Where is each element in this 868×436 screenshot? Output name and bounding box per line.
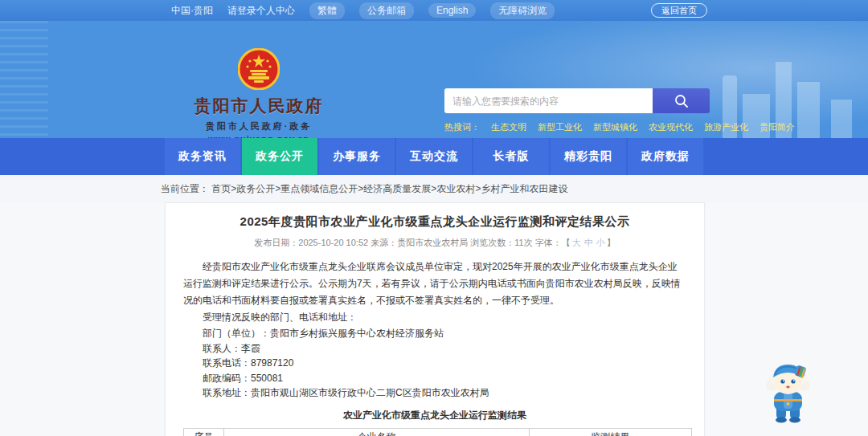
login-personal-center-link[interactable]: 请登录个人中心 xyxy=(227,4,295,18)
site-subtitle: 贵阳市人民政府·政务 xyxy=(170,120,347,132)
header-tech-pattern xyxy=(0,21,48,138)
col-header-index: 序号 xyxy=(184,428,224,436)
hot-term-1[interactable]: 生态文明 xyxy=(491,121,526,133)
search-box xyxy=(444,88,710,113)
col-header-company: 企业名称 xyxy=(224,428,530,436)
contact-person: 联系人：李霞 xyxy=(183,341,686,357)
region-link[interactable]: 中国·贵阳 xyxy=(171,4,213,18)
search-input[interactable] xyxy=(444,88,653,113)
traditional-chinese-toggle[interactable]: 繁體 xyxy=(309,2,345,19)
article-title: 2025年度贵阳市农业产业化市级重点龙头企业运行监测和评定结果公示 xyxy=(183,214,686,230)
mascot-icon xyxy=(764,360,813,424)
official-mail-link[interactable]: 公务邮箱 xyxy=(359,2,414,19)
nav-tab-jingcai-guiyang[interactable]: 精彩贵阳 xyxy=(551,138,626,175)
site-header: 贵阳市人民政府 贵阳市人民政府·政务 www.guiyang.gov.cn 热搜… xyxy=(0,21,868,138)
nav-tab-zhengfu-shuju[interactable]: 政府数据 xyxy=(628,138,703,175)
nav-tab-zhengwu-zixun[interactable]: 政务资讯 xyxy=(165,138,240,175)
nav-tab-banshi-fuwu[interactable]: 办事服务 xyxy=(319,138,395,175)
back-to-home-button[interactable]: 返回首页 xyxy=(651,3,707,18)
hot-term-6[interactable]: 贵阳简介 xyxy=(760,121,795,133)
site-logo[interactable]: 贵阳市人民政府 贵阳市人民政府·政务 www.guiyang.gov.cn xyxy=(170,48,347,138)
hot-term-3[interactable]: 新型城镇化 xyxy=(593,121,637,133)
contact-department: 部门（单位）：贵阳市乡村振兴服务中心农村经济服务站 xyxy=(183,326,686,341)
nav-tab-hudong-jiaoliu[interactable]: 互动交流 xyxy=(396,138,472,175)
hot-search-words: 热搜词： 生态文明 新型工业化 新型城镇化 农业现代化 旅游产业化 贵阳简介 xyxy=(444,121,710,133)
article-meta-close: 】 xyxy=(607,238,616,247)
nav-tab-zhengwu-gongkai[interactable]: 政务公开 xyxy=(242,138,317,175)
mascot-assistant[interactable] xyxy=(764,360,813,424)
breadcrumb-path[interactable]: 首页>政务公开>重点领域信息公开>经济高质量发展>农业农村>乡村产业和农田建设 xyxy=(211,183,567,194)
col-header-result: 监测结果 xyxy=(530,428,692,436)
monitoring-result-table: 序号 企业名称 监测结果 1 贵州合力超市采购有限公司 合格 2 贵州友禾种业有… xyxy=(183,428,692,436)
nav-tab-zhangzheban[interactable]: 长者版 xyxy=(473,138,549,175)
search-icon xyxy=(674,93,690,109)
contact-phone: 联系电话：87987120 xyxy=(183,356,686,371)
skyline-decoration xyxy=(797,82,820,138)
site-title: 贵阳市人民政府 xyxy=(170,95,347,117)
hot-search-label: 热搜词： xyxy=(444,121,480,133)
search-button[interactable] xyxy=(653,88,710,113)
article-paragraph: 受理情况反映的部门、电话和地址： xyxy=(183,309,686,326)
breadcrumb-strip: 当前位置： 首页>政务公开>重点领域信息公开>经济高质量发展>农业农村>乡村产业… xyxy=(0,175,868,202)
breadcrumb-label: 当前位置： xyxy=(161,183,209,194)
hot-term-5[interactable]: 旅游产业化 xyxy=(704,121,748,133)
breadcrumb: 当前位置： 首页>政务公开>重点领域信息公开>经济高质量发展>农业农村>乡村产业… xyxy=(161,182,567,196)
table-caption: 农业产业化市级重点龙头企业运行监测结果 xyxy=(183,409,686,422)
article-paragraph: 经贵阳市农业产业化市级重点龙头企业联席会议成员单位审定，现对2025年开展的农业… xyxy=(183,259,686,309)
top-utility-bar: 中国·贵阳 请登录个人中心 繁體 公务邮箱 English 无障碍浏览 返回首页 xyxy=(0,0,868,21)
article-panel: 2025年度贵阳市农业产业化市级重点龙头企业运行监测和评定结果公示 发布日期：2… xyxy=(165,202,705,436)
font-size-medium-button[interactable]: 中 xyxy=(584,238,593,247)
national-emblem-icon xyxy=(238,48,280,90)
hot-term-4[interactable]: 农业现代化 xyxy=(649,121,693,133)
article-meta-text: 发布日期：2025-10-20 10:52 来源：贵阳市农业农村局 浏览次数：1… xyxy=(254,238,570,247)
main-navigation: 政务资讯 政务公开 办事服务 互动交流 长者版 精彩贵阳 政府数据 xyxy=(0,138,868,175)
article-meta: 发布日期：2025-10-20 10:52 来源：贵阳市农业农村局 浏览次数：1… xyxy=(183,237,686,249)
font-size-large-button[interactable]: 大 xyxy=(572,238,581,247)
table-header-row: 序号 企业名称 监测结果 xyxy=(184,428,692,436)
accessibility-link[interactable]: 无障碍浏览 xyxy=(490,2,555,19)
contact-postcode: 邮政编码：550081 xyxy=(183,371,686,386)
contact-address: 联系地址：贵阳市观山湖区市级行政中心二期C区贵阳市农业农村局 xyxy=(183,385,686,401)
font-size-small-button[interactable]: 小 xyxy=(596,238,605,247)
english-link[interactable]: English xyxy=(428,3,476,18)
hot-term-2[interactable]: 新型工业化 xyxy=(538,121,582,133)
skyline-decoration xyxy=(831,100,852,138)
